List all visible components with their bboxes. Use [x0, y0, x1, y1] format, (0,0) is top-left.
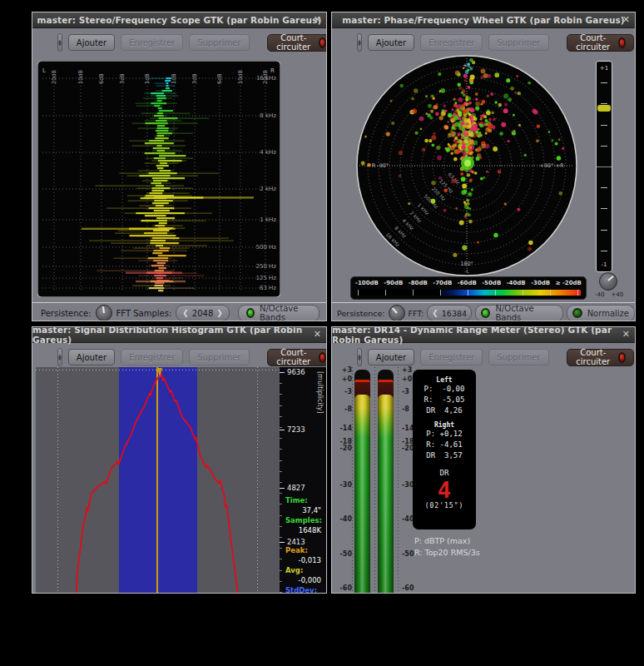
correlation-indicator	[597, 105, 611, 112]
colorbar-label: -100dB	[355, 280, 379, 286]
phase-wheel-plot: +LR -90°+90° +R180°-L63 Hz125 Hz250 Hz50…	[347, 54, 590, 279]
window-dr14-meter: master: DR14 - Dynamic Range Meter (Ster…	[331, 326, 636, 594]
db-axis-label: 6dB	[98, 73, 105, 84]
colorbar-tick	[550, 290, 551, 296]
corr-bottom-label: -1	[597, 261, 612, 268]
axis-tick-label: 7233	[287, 425, 305, 434]
bypass-led-icon	[319, 352, 327, 363]
bypass-button[interactable]: Court-circuiter	[267, 34, 327, 52]
normalize-toggle[interactable]: Normalize	[567, 305, 635, 322]
stat-value: 1648K	[299, 526, 321, 534]
meter-scale-label: -3	[344, 388, 352, 395]
knob-max-label: +40	[611, 291, 623, 298]
bypass-button[interactable]: Court-circuiter	[567, 349, 635, 366]
minor-tick	[280, 460, 282, 461]
meter-ticks	[352, 367, 353, 593]
left-peak: P: -0,00	[413, 384, 476, 395]
spin-left-icon[interactable]: ❮	[432, 309, 438, 317]
corr-tick	[601, 125, 607, 126]
supprimer-button: Supprimer	[189, 34, 249, 51]
colorbar-label: ≥ -20dB	[556, 280, 582, 286]
freq-axis-label: 16 kHz	[256, 75, 276, 82]
bypass-led-icon	[319, 37, 327, 48]
ajouter-button[interactable]: Ajouter	[68, 349, 115, 365]
preset-spinner[interactable]: ▲▼	[357, 348, 362, 366]
freq-axis-label: 2 kHz	[260, 186, 276, 192]
close-icon[interactable]: ✕	[314, 329, 321, 340]
db-axis-label: 10dB	[77, 70, 84, 84]
bypass-button[interactable]: Court-circuiter	[267, 349, 327, 366]
preset-spinner[interactable]: ▲▼	[57, 33, 62, 52]
spinner-arrows-icon: ▲▼	[58, 39, 62, 46]
zoom-knob-group: -40 +40	[595, 272, 623, 298]
meter-scale-label: -40	[340, 515, 352, 523]
histogram-curve	[36, 367, 280, 594]
bypass-button[interactable]: Court-circuiter	[567, 34, 635, 52]
supprimer-button: Supprimer	[189, 349, 249, 365]
meter-scale-label: -60	[340, 584, 352, 592]
minor-tick	[280, 416, 282, 417]
svg-text:L: L	[42, 67, 46, 74]
freq-axis-label: 125 Hz	[255, 275, 276, 281]
close-icon[interactable]: ✕	[314, 14, 321, 25]
colorbar-gradient	[356, 290, 581, 296]
preset-spinner[interactable]: ▲▼	[357, 33, 362, 52]
left-rms: R: -5,05	[413, 395, 476, 405]
minor-tick	[280, 559, 282, 559]
minor-tick	[280, 592, 282, 593]
fft-spinner[interactable]: ❮ 16384	[427, 305, 472, 321]
meter-ticks	[398, 367, 399, 593]
spin-left-icon[interactable]: ❮	[182, 309, 189, 317]
minor-tick	[280, 427, 282, 428]
meter-scale-label: +3	[402, 366, 412, 374]
left-header: Left	[413, 376, 476, 384]
range-knob[interactable]	[599, 272, 617, 291]
titlebar[interactable]: master: Stereo/Frequency Scope GTK (par …	[32, 12, 326, 28]
colorbar-tick	[468, 290, 468, 296]
titlebar[interactable]: master: Signal Distribution Histogram GT…	[32, 327, 326, 343]
close-icon[interactable]: ✕	[622, 14, 630, 25]
spin-right-icon[interactable]: ❯	[216, 309, 223, 317]
minor-tick	[280, 493, 282, 494]
persistence-knob[interactable]	[389, 305, 405, 321]
octave-bands-toggle[interactable]: N/Octave Bands	[475, 305, 563, 322]
close-icon[interactable]: ✕	[622, 329, 630, 340]
stat-label: Peak:	[285, 546, 308, 554]
preset-spinner[interactable]: ▲▼	[57, 348, 62, 366]
supprimer-button: Supprimer	[488, 349, 548, 365]
ajouter-button[interactable]: Ajouter	[368, 34, 414, 51]
right-rms: R: -4,61	[413, 440, 476, 450]
colorbar-tick	[577, 290, 578, 296]
dr-time: (02'15")	[413, 502, 476, 509]
colorbar-label: -40dB	[507, 280, 526, 286]
dr-readout-panel: Left P: -0,00 R: -5,05 DR 4,26 Right P: …	[413, 370, 476, 529]
colorbar-label: -70dB	[433, 280, 452, 286]
major-tick	[280, 488, 285, 489]
titlebar[interactable]: master: Phase/Frequency Wheel GTK (par R…	[332, 12, 635, 28]
spinner-arrows-icon: ▲▼	[358, 39, 361, 46]
axis-tick-label: 2413	[287, 538, 305, 546]
major-tick	[280, 430, 285, 430]
meter-scale-label: -8	[344, 405, 352, 413]
octave-bands-toggle[interactable]: N/Octave Bands	[238, 305, 320, 322]
bypass-led-icon	[618, 37, 627, 48]
window-stereo-frequency-scope: master: Stereo/Frequency Scope GTK (par …	[32, 12, 327, 321]
fft-samples-value: 2048	[192, 309, 213, 318]
axis-tick-label: 9636	[287, 368, 305, 376]
titlebar[interactable]: master: DR14 - Dynamic Range Meter (Ster…	[332, 327, 635, 343]
persistence-knob[interactable]	[96, 305, 112, 321]
stat-value: -0,013	[299, 556, 321, 564]
histogram-axis: [multiplicity] 9636723348272413Time:37,4…	[280, 367, 326, 594]
colorbar-label: -80dB	[409, 280, 428, 286]
wheel-label: R -90°	[372, 162, 389, 169]
note-peak: P: dBTP (max)	[414, 535, 480, 547]
spinner-arrows-icon: ▲▼	[358, 354, 361, 360]
fft-samples-spinner[interactable]: ❮ 2048 ❯	[176, 305, 230, 321]
scope-footer: Persistence: FFT Samples: ❮ 2048 ❯ N/Oct…	[32, 302, 326, 321]
colorbar-tick	[358, 290, 359, 296]
freq-axis-label: 500 Hz	[255, 244, 276, 251]
meter-scale-label: -30	[340, 481, 352, 489]
ajouter-button[interactable]: Ajouter	[68, 34, 115, 51]
axis-unit-label: [multiplicity]	[316, 371, 324, 414]
bypass-led-icon	[618, 352, 627, 363]
